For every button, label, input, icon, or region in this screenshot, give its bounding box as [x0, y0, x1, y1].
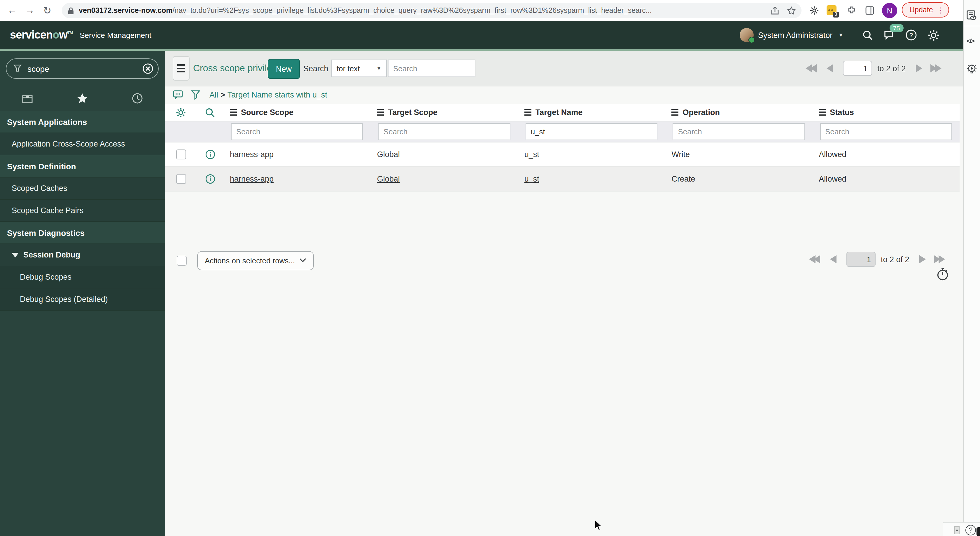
row-info-icon[interactable]	[197, 142, 223, 166]
table-row: harness-app Global u_st Write Allowed	[165, 142, 959, 167]
global-search-icon[interactable]	[862, 29, 873, 41]
form-preview-icon[interactable]	[966, 10, 977, 21]
navigator-filter-input[interactable]	[26, 63, 138, 74]
tab-history[interactable]	[110, 93, 165, 104]
column-menu-icon	[524, 109, 531, 116]
source-scope-link[interactable]: harness-app	[230, 150, 274, 159]
row-checkbox[interactable]	[176, 174, 186, 184]
tab-favorites[interactable]	[55, 93, 110, 104]
svg-text:?: ?	[909, 32, 913, 39]
column-header-target-name[interactable]: Target Name	[518, 104, 665, 121]
new-button[interactable]: New	[268, 59, 300, 79]
update-button[interactable]: Update ⋮	[902, 2, 950, 18]
settings-gear-icon[interactable]	[928, 29, 940, 41]
page-number-input[interactable]	[846, 252, 876, 267]
nav-section-system-diagnostics[interactable]: System Diagnostics	[0, 222, 165, 244]
pagination-top: to 2 of 2	[806, 61, 942, 76]
search-source-scope-input[interactable]	[231, 123, 363, 140]
breadcrumb-row: All>Target Name starts with u_st	[165, 86, 963, 104]
browser-profile-avatar[interactable]: N	[882, 3, 897, 18]
list-personalize-gear-icon[interactable]	[165, 104, 197, 121]
search-operation-input[interactable]	[673, 123, 805, 140]
pagination-range: to 2 of 2	[881, 255, 909, 263]
target-scope-link[interactable]: Global	[377, 150, 400, 159]
previous-page-button[interactable]	[830, 255, 837, 263]
search-label: Search	[303, 51, 328, 86]
page-number-input[interactable]	[843, 61, 872, 76]
target-name-link[interactable]: u_st	[524, 175, 539, 183]
suggestion-bulb-icon[interactable]	[966, 63, 978, 76]
next-page-button[interactable]	[920, 255, 926, 263]
help-icon[interactable]: ?	[905, 29, 917, 41]
column-header-source-scope[interactable]: Source Scope	[223, 104, 371, 121]
address-bar[interactable]: ven03172.service-now.com/nav_to.do?uri=%…	[62, 3, 802, 18]
user-menu[interactable]: System Administrator ▼	[740, 28, 843, 42]
filter-funnel-icon	[13, 64, 22, 73]
extension-spinner-icon[interactable]	[810, 6, 819, 15]
last-page-button[interactable]	[934, 255, 945, 263]
search-status-input[interactable]	[820, 123, 952, 140]
search-target-scope-input[interactable]	[378, 123, 511, 140]
servicenow-banner: servicenowTM Service Management System A…	[0, 21, 963, 49]
first-page-button[interactable]	[806, 64, 817, 72]
column-search-row	[165, 121, 959, 142]
extensions-puzzle-icon[interactable]	[847, 6, 856, 15]
breadcrumb-all[interactable]: All	[209, 91, 218, 99]
previous-page-button[interactable]	[827, 64, 833, 72]
nav-item-debug-scopes[interactable]: Debug Scopes	[0, 266, 165, 289]
column-search-toggle-icon[interactable]	[197, 104, 223, 121]
actions-select[interactable]: Actions on selected rows...	[197, 251, 314, 270]
source-scope-link[interactable]: harness-app	[230, 175, 274, 183]
breadcrumb-filter-condition[interactable]: Target Name starts with u_st	[228, 91, 327, 99]
breadcrumb-filter-icon[interactable]	[191, 90, 200, 100]
column-menu-icon	[377, 109, 384, 116]
select-all-checkbox[interactable]	[177, 255, 187, 265]
row-info-icon[interactable]	[197, 167, 223, 191]
navigator-filter[interactable]	[6, 58, 159, 79]
search-target-name-input[interactable]	[526, 123, 658, 140]
nav-item-scoped-caches[interactable]: Scoped Caches	[0, 177, 165, 200]
operation-cell: Create	[665, 167, 812, 191]
list-context-menu-button[interactable]	[173, 56, 189, 81]
column-menu-icon	[819, 109, 826, 116]
code-console-icon[interactable]: </>	[967, 37, 974, 45]
browser-forward-icon[interactable]: →	[21, 5, 38, 16]
nav-item-debug-scopes-detailed[interactable]: Debug Scopes (Detailed)	[0, 289, 165, 311]
user-avatar	[740, 28, 753, 42]
column-header-operation[interactable]: Operation	[665, 104, 812, 121]
bookmark-star-icon[interactable]	[787, 6, 795, 15]
browser-reload-icon[interactable]: ↻	[38, 5, 56, 17]
extension-yellow-icon[interactable]: 3	[827, 5, 837, 15]
response-time-icon[interactable]	[936, 267, 949, 281]
notification-badge: 75	[889, 24, 903, 32]
column-header-target-scope[interactable]: Target Scope	[371, 104, 518, 121]
last-page-button[interactable]	[931, 64, 942, 72]
status-cell: Allowed	[812, 142, 959, 166]
browser-back-icon[interactable]: ←	[3, 5, 21, 16]
clear-filter-icon[interactable]	[142, 63, 153, 74]
column-menu-icon	[671, 109, 678, 116]
conversations-icon[interactable]: 75	[884, 30, 895, 40]
row-checkbox[interactable]	[176, 150, 186, 160]
side-panel-icon[interactable]	[865, 6, 874, 15]
nav-item-application-cross-scope-access[interactable]: Application Cross-Scope Access	[0, 133, 165, 155]
list-search-input[interactable]	[388, 59, 476, 77]
nav-group-session-debug[interactable]: Session Debug	[0, 244, 165, 266]
search-type-select[interactable]: for text▼	[331, 59, 387, 77]
target-scope-link[interactable]: Global	[377, 175, 400, 183]
extension-badge: 3	[833, 12, 839, 18]
resize-handle[interactable]	[955, 526, 959, 534]
screen: ← → ↻ ven03172.service-now.com/nav_to.do…	[0, 0, 980, 536]
nav-item-scoped-cache-pairs[interactable]: Scoped Cache Pairs	[0, 200, 165, 222]
target-name-link[interactable]: u_st	[524, 150, 539, 159]
next-page-button[interactable]	[916, 64, 922, 72]
nav-section-system-definition[interactable]: System Definition	[0, 155, 165, 177]
column-header-status[interactable]: Status	[812, 104, 959, 121]
tab-all-applications[interactable]	[0, 93, 55, 104]
share-icon[interactable]	[771, 6, 779, 14]
first-page-button[interactable]	[809, 255, 820, 263]
browser-menu-icon[interactable]: ⋮	[937, 6, 944, 14]
list-comments-icon[interactable]	[173, 90, 183, 100]
nav-section-system-applications[interactable]: System Applications	[0, 111, 165, 133]
page-help-icon[interactable]: ?	[966, 525, 976, 535]
